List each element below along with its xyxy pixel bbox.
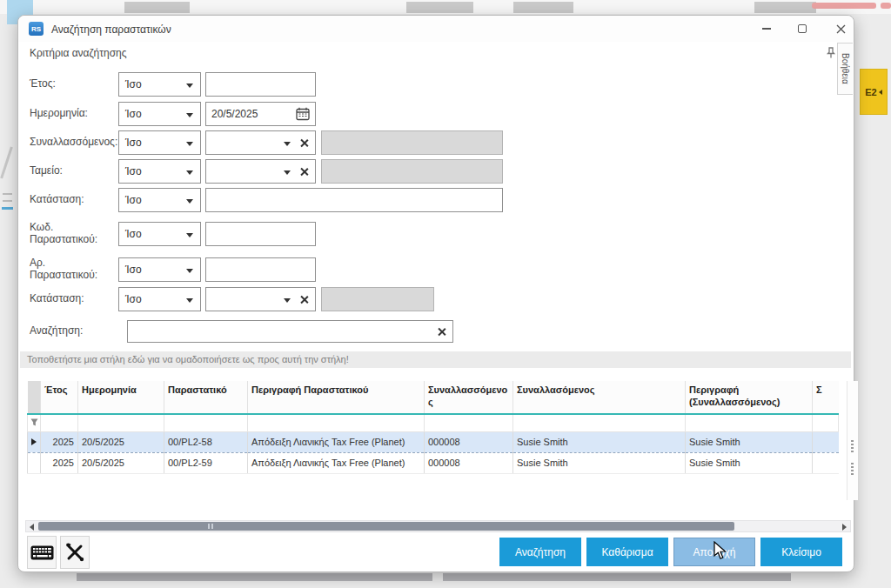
cell-extra[interactable]	[813, 431, 839, 452]
mouse-cursor	[713, 541, 727, 560]
chevron-down-icon[interactable]	[284, 298, 291, 303]
minimize-button[interactable]	[754, 19, 780, 38]
operator-dropdown[interactable]: Ίσο	[118, 159, 201, 184]
cell-party[interactable]: Susie Smith	[513, 431, 686, 452]
operator-dropdown[interactable]: Ίσο	[118, 257, 201, 282]
column-header-year[interactable]: Έτος	[41, 381, 78, 414]
operator-dropdown[interactable]: Ίσο	[118, 130, 201, 155]
filter-cell[interactable]	[813, 414, 839, 431]
filter-cell[interactable]	[248, 414, 425, 431]
cell-doc-desc[interactable]: Απόδειξη Λιανικής Tax Free (Planet)	[248, 431, 425, 452]
cell-party-desc[interactable]: Susie Smith	[686, 452, 813, 473]
operator-dropdown[interactable]: Ίσο	[118, 102, 201, 126]
cell-extra[interactable]	[813, 452, 839, 473]
clear-icon[interactable]	[299, 138, 309, 148]
column-header-date[interactable]: Ημερομηνία	[78, 381, 164, 414]
table-row[interactable]: 2025 20/5/2025 00/PL2-59 Απόδειξη Λιανικ…	[28, 452, 839, 473]
search-input[interactable]	[128, 321, 432, 342]
filter-cell[interactable]	[164, 414, 248, 431]
clear-button[interactable]: Καθάρισμα	[586, 538, 668, 566]
horizontal-scrollbar[interactable]	[25, 520, 851, 532]
filter-cell[interactable]	[425, 414, 513, 431]
scroll-left-icon[interactable]	[30, 524, 34, 531]
operator-dropdown[interactable]: Ίσο	[118, 72, 201, 97]
cashdesk-description-field	[321, 159, 503, 184]
chevron-down-icon[interactable]	[284, 142, 291, 146]
status2-combo[interactable]	[205, 287, 316, 311]
column-header-party[interactable]: Συναλλασόμενος	[513, 381, 686, 414]
filter-row-indicator[interactable]	[28, 414, 41, 431]
doc-number-input[interactable]	[206, 258, 315, 281]
field-row-counterparty: Συναλλασσόμενος: Ίσο	[30, 130, 503, 155]
filter-cell[interactable]	[41, 414, 78, 431]
cell-doc[interactable]: 00/PL2-58	[164, 431, 248, 452]
operator-dropdown[interactable]: Ίσο	[118, 287, 201, 311]
cell-party-code[interactable]: 000008	[425, 431, 513, 452]
grid-header-row: Έτος Ημερομηνία Παραστατικό Περιγραφή Πα…	[28, 381, 839, 414]
column-header-partial[interactable]: Σ	[813, 381, 839, 414]
pin-icon[interactable]	[826, 47, 836, 59]
help-side-tab[interactable]: Βοήθεια	[837, 43, 853, 95]
row-selector[interactable]	[28, 452, 41, 473]
filter-funnel-icon	[30, 418, 38, 426]
maximize-icon	[798, 24, 807, 33]
cell-party-desc[interactable]: Susie Smith	[686, 431, 813, 452]
cashdesk-combo[interactable]	[205, 159, 316, 184]
cell-date[interactable]: 20/5/2025	[78, 452, 164, 473]
cell-year[interactable]: 2025	[41, 452, 78, 473]
e2-side-tab[interactable]: E2	[860, 69, 888, 115]
cell-year[interactable]: 2025	[41, 431, 78, 452]
action-buttons: Αναζήτηση Καθάρισμα Αποδοχή Κλείσιμο	[499, 538, 842, 566]
table-row[interactable]: 2025 20/5/2025 00/PL2-58 Απόδειξη Λιανικ…	[28, 431, 839, 452]
field-row-doc-code: Κωδ. Παραστατικού: Ίσο	[30, 217, 316, 251]
virtual-keyboard-button[interactable]	[27, 536, 57, 569]
scrollbar-thumb[interactable]	[38, 522, 734, 531]
operator-dropdown[interactable]: Ίσο	[118, 188, 201, 212]
column-header-doc-desc[interactable]: Περιγραφή Παραστατικού	[248, 381, 425, 414]
field-row-search: Αναζήτηση:	[30, 320, 453, 343]
close-icon	[836, 24, 846, 34]
search-button[interactable]: Αναζήτηση	[499, 538, 581, 566]
filter-cell[interactable]	[686, 414, 813, 431]
cell-party[interactable]: Susie Smith	[513, 452, 686, 473]
clear-icon[interactable]	[437, 327, 446, 337]
row-selector[interactable]	[28, 431, 41, 452]
background-mark	[0, 146, 13, 178]
status-input[interactable]	[206, 189, 502, 211]
current-row-icon	[31, 438, 37, 445]
year-input[interactable]	[206, 73, 315, 96]
row-selector-header	[28, 381, 41, 414]
background-bottom-bar	[443, 573, 791, 581]
cell-party-code[interactable]: 000008	[425, 452, 513, 473]
clear-icon[interactable]	[299, 295, 309, 304]
filter-cell[interactable]	[513, 414, 686, 431]
column-header-party-desc[interactable]: Περιγραφή (Συναλλασσόμενος)	[686, 381, 813, 414]
operator-dropdown[interactable]: Ίσο	[118, 222, 201, 246]
group-by-bar[interactable]: Τοποθετήστε μια στήλη εδώ για να ομαδοπο…	[20, 351, 851, 368]
close-button[interactable]	[827, 19, 854, 38]
maximize-button[interactable]	[789, 19, 815, 38]
counterparty-combo[interactable]	[205, 130, 316, 155]
doc-code-input[interactable]	[206, 223, 315, 245]
background-tab	[124, 2, 190, 13]
close-action-button[interactable]: Κλείσιμο	[760, 538, 842, 566]
calendar-icon[interactable]	[296, 107, 310, 121]
cell-doc-desc[interactable]: Απόδειξη Λιανικής Tax Free (Planet)	[248, 452, 425, 473]
filter-cell[interactable]	[78, 414, 164, 431]
clear-icon[interactable]	[299, 167, 309, 177]
tools-button[interactable]	[60, 536, 90, 569]
cell-doc[interactable]: 00/PL2-59	[164, 452, 248, 473]
operator-value: Ίσο	[125, 108, 142, 120]
chevron-down-icon[interactable]	[284, 170, 291, 175]
chevron-down-icon	[186, 199, 193, 204]
counterparty-description-field	[321, 130, 503, 155]
cell-date[interactable]: 20/5/2025	[78, 431, 164, 452]
field-label: Ταμείο:	[30, 165, 118, 177]
titlebar[interactable]: RS Αναζήτηση παραστατικών	[18, 16, 854, 42]
scroll-right-icon[interactable]	[842, 524, 847, 531]
vertical-scrollbar[interactable]	[847, 381, 858, 500]
column-header-party-code[interactable]: Συναλλασσόμενος	[425, 381, 513, 414]
scroll-grip	[851, 440, 854, 454]
column-header-doc[interactable]: Παραστατικό	[164, 381, 248, 414]
field-label: Συναλλασσόμενος:	[30, 137, 118, 149]
